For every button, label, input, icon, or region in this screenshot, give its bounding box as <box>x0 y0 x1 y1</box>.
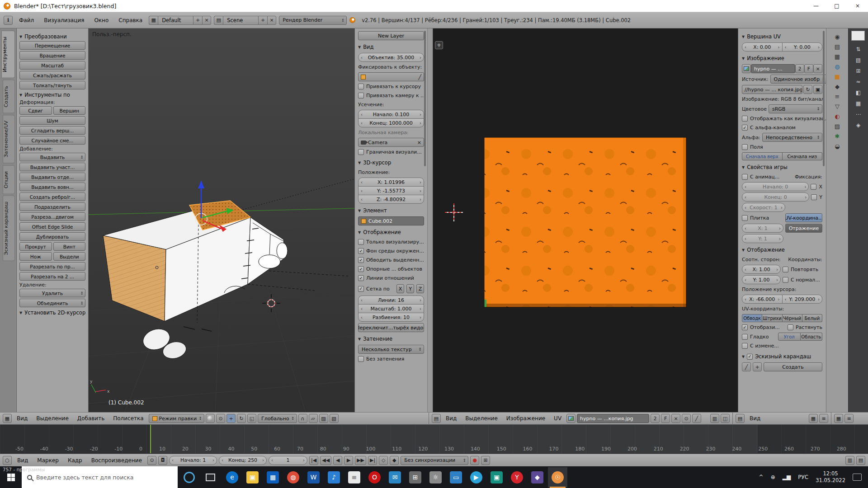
colorspace-select[interactable]: sRGB <box>769 104 822 113</box>
properties-tab-icon[interactable]: ◒ <box>835 143 840 149</box>
editor-icon[interactable]: ▤ <box>856 57 861 63</box>
editor-type-icon[interactable]: ▦ <box>834 414 843 423</box>
shading-mode-select[interactable]: Несколько текстур <box>358 345 424 354</box>
menu-select[interactable]: Выделение <box>462 415 501 422</box>
settings[interactable]: ☼ <box>429 471 442 483</box>
smooth-vertex-button[interactable]: Сгладить верш... <box>19 126 85 135</box>
panel-item-header[interactable]: Элемент <box>358 207 424 214</box>
editor-type-icon[interactable]: ○ <box>3 456 12 465</box>
blender[interactable]: ☉ <box>552 471 564 483</box>
menu-frame[interactable]: Кадр <box>64 457 86 464</box>
grid-subdivisions-field[interactable]: Разбиения: 10 <box>358 313 424 322</box>
edge[interactable]: e <box>226 471 238 483</box>
cursor-y-field[interactable]: Y: 209.000 <box>782 295 823 304</box>
tiles-y-field[interactable]: Y: 1 <box>742 234 783 243</box>
editor-icon[interactable]: ⊞ <box>856 68 860 74</box>
lock-cursor-checkbox[interactable] <box>358 84 364 89</box>
editor-type-icon[interactable]: ▤ <box>432 414 441 423</box>
render-engine-select[interactable]: Рендер Blender <box>279 16 347 25</box>
add-layer-icon[interactable]: + <box>753 362 762 371</box>
frame-end-field[interactable]: Конец: 250 <box>219 456 267 465</box>
next-keyframe-button[interactable]: ▶▶ <box>355 456 366 465</box>
properties-tab-icon[interactable]: ◆ <box>835 84 840 89</box>
menu-view[interactable]: Вид <box>14 457 32 464</box>
extrude-individual-button[interactable]: Выдавить отде... <box>19 173 85 181</box>
panel-uv-display-header[interactable]: Отображение <box>742 247 822 253</box>
black-option[interactable]: Чёрный <box>783 314 802 322</box>
filter-icon[interactable]: ≡ <box>819 414 828 423</box>
properties-tab-icon[interactable]: ▨ <box>835 123 840 129</box>
image-browse-icon[interactable] <box>742 64 751 73</box>
menu-add[interactable]: Добавить <box>74 415 108 422</box>
subdivide-button[interactable]: Подразделить <box>19 202 85 211</box>
uv-panel-scrollbar[interactable] <box>823 31 825 166</box>
mirror-toggle[interactable]: Отражение <box>785 224 822 233</box>
use-preview-range-icon[interactable]: ⊙ <box>147 456 156 465</box>
clamp-x-checkbox[interactable] <box>811 184 816 190</box>
menu-help[interactable]: Справка <box>115 17 146 23</box>
explorer[interactable]: ▣ <box>246 471 259 483</box>
telegram[interactable]: ▶ <box>470 471 482 483</box>
rotate-button[interactable]: Вращение <box>19 51 85 60</box>
noise-button[interactable]: Шум <box>19 116 85 125</box>
tab-create[interactable]: Создать <box>3 80 15 113</box>
properties-tab-icon[interactable]: ✱ <box>835 133 840 139</box>
panel-transform-header[interactable]: Преобразовани <box>19 33 85 40</box>
all-object-origins-checkbox[interactable] <box>358 266 364 272</box>
panel-2d-cursor-header[interactable]: Установить 2D-курсор <box>19 310 85 316</box>
media-player[interactable]: ♪ <box>328 471 340 483</box>
right-editor-field[interactable] <box>851 31 865 41</box>
close-button[interactable]: × <box>847 0 868 12</box>
randomize-button[interactable]: Случайное сме... <box>19 136 85 145</box>
editor-divider[interactable] <box>427 28 433 412</box>
grid-scale-field[interactable]: Масштаб: 1.000 <box>358 304 424 313</box>
draw-channel-icon[interactable]: ▥ <box>710 414 719 423</box>
tray-expand-icon[interactable]: ^ <box>759 474 764 480</box>
image-source-select[interactable]: Одиночное изобр <box>770 75 826 84</box>
screen-browse-icon[interactable]: ▦ <box>149 16 158 25</box>
viewport-3d[interactable]: x y Польз.-персп. (1) Cube.002 <box>89 28 354 412</box>
push-pull-button[interactable]: Толкать/тянуть <box>19 81 85 89</box>
image-users-button[interactable]: 2 <box>651 414 660 423</box>
editor-icon[interactable]: ⋯ <box>856 112 861 117</box>
panel-view-header[interactable]: Вид <box>358 44 424 50</box>
prev-keyframe-button[interactable]: ◀◀ <box>320 456 331 465</box>
clip-start-field[interactable]: Начало: 0.100 <box>358 110 424 119</box>
menu-select[interactable]: Выделение <box>33 415 72 422</box>
item-name-field[interactable]: Cube.002 <box>358 216 424 225</box>
grid-x-toggle[interactable]: X <box>396 284 404 293</box>
relationship-lines-checkbox[interactable] <box>358 275 364 281</box>
timeline-ruler[interactable]: -50-40-30-20-100102030405060708090100110… <box>0 425 868 454</box>
panel-image-header[interactable]: Изображение <box>742 55 822 61</box>
image-name-field[interactable]: hypno — ... <box>751 64 795 73</box>
app-teal[interactable]: ▣ <box>491 471 503 483</box>
jump-to-end-button[interactable]: ▶| <box>368 456 377 465</box>
editor-icon[interactable]: ◧ <box>856 90 861 95</box>
menu-window[interactable]: Окно <box>90 17 112 23</box>
view3d-panel-scrollbar[interactable] <box>424 31 426 166</box>
display-checkbox[interactable] <box>742 324 748 330</box>
render-opengl-icon[interactable]: ▨ <box>319 414 328 423</box>
taskbar-search[interactable] <box>22 466 178 488</box>
opera[interactable]: O <box>368 471 381 483</box>
paste-icon[interactable]: ▤ <box>856 456 865 465</box>
shrink-fatten-button[interactable]: Сжать/расжать <box>19 71 85 80</box>
new-layer-button[interactable]: New Layer <box>358 31 424 40</box>
properties-tab-icon[interactable]: ▽ <box>835 103 840 109</box>
select-button[interactable]: Выдели <box>53 252 86 261</box>
properties-tab-icon[interactable]: ◍ <box>835 64 840 70</box>
search-input[interactable] <box>36 474 172 481</box>
cursor-y-field[interactable]: Y: -1.55773 <box>358 186 424 195</box>
editor-icon[interactable]: ≈ <box>856 79 860 84</box>
lock-icon[interactable]: ◘ <box>158 456 167 465</box>
render-animation-icon[interactable]: ▧ <box>330 414 339 423</box>
properties-tab-icon[interactable]: ≡ <box>835 94 840 99</box>
editor-icon[interactable]: ▦ <box>856 101 861 106</box>
editor-icon[interactable]: ⇅ <box>856 47 860 52</box>
delete-button[interactable]: Удалить <box>19 289 85 297</box>
chrome[interactable]: ◍ <box>287 471 299 483</box>
render-border-checkbox[interactable] <box>358 149 364 155</box>
image-unlink-button[interactable]: × <box>671 414 680 423</box>
snap-magnet-icon[interactable]: ∩ <box>298 414 307 423</box>
snap-element-icon[interactable]: ▱ <box>309 414 318 423</box>
